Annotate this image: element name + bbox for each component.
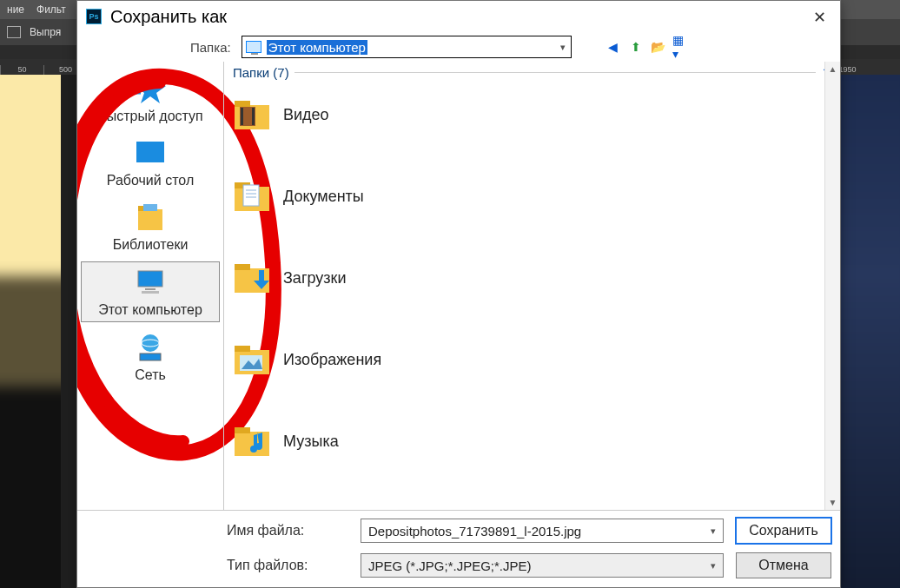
cancel-button[interactable]: Отмена bbox=[736, 552, 831, 578]
ps-tool-icon[interactable] bbox=[7, 26, 21, 38]
svg-marker-0 bbox=[135, 76, 166, 103]
places-bar: Быстрый доступ Рабочий стол Библиотеки Э… bbox=[77, 62, 223, 510]
folder-content: Папки (7) ⌃ Видео Документы bbox=[223, 62, 840, 510]
folder-value: Этот компьютер bbox=[267, 40, 367, 55]
back-icon[interactable]: ◀ bbox=[605, 38, 622, 56]
list-item[interactable]: Документы bbox=[233, 171, 831, 221]
list-item[interactable]: Загрузки bbox=[233, 253, 831, 303]
scroll-down-icon[interactable]: ▼ bbox=[829, 495, 837, 510]
save-button[interactable]: Сохранить bbox=[736, 518, 831, 544]
svg-rect-4 bbox=[138, 209, 162, 230]
group-header[interactable]: Папки (7) ⌃ bbox=[224, 62, 840, 83]
place-network[interactable]: Сеть bbox=[81, 327, 220, 386]
place-label: Библиотеки bbox=[83, 237, 218, 253]
svg-rect-6 bbox=[143, 204, 157, 211]
svg-rect-8 bbox=[145, 288, 156, 290]
toolbar-icons: ◀ ⬆ 📂 ▦ ▾ bbox=[605, 38, 690, 56]
image-fragment-right bbox=[839, 75, 900, 588]
save-as-dialog: Ps Сохранить как ✕ Папка: Этот компьютер… bbox=[76, 0, 841, 588]
dialog-bottom: Имя файла: Depositphotos_71739891_l-2015… bbox=[77, 510, 840, 587]
network-icon bbox=[133, 333, 168, 364]
svg-rect-12 bbox=[140, 353, 161, 360]
pictures-icon bbox=[233, 340, 271, 379]
filename-label: Имя файла: bbox=[227, 523, 348, 538]
close-icon[interactable]: ✕ bbox=[808, 6, 831, 29]
folder-row: Папка: Этот компьютер ▾ ◀ ⬆ 📂 ▦ ▾ bbox=[77, 32, 840, 62]
desktop-icon bbox=[133, 138, 168, 169]
libraries-icon bbox=[133, 202, 168, 234]
filetype-label: Тип файлов: bbox=[227, 558, 348, 573]
svg-rect-31 bbox=[235, 427, 250, 433]
place-quick-access[interactable]: Быстрый доступ bbox=[81, 69, 220, 128]
place-desktop[interactable]: Рабочий стол bbox=[81, 133, 220, 192]
svg-point-10 bbox=[142, 334, 159, 352]
svg-rect-9 bbox=[142, 291, 159, 294]
place-libraries[interactable]: Библиотеки bbox=[81, 197, 220, 256]
place-label: Этот компьютер bbox=[83, 302, 217, 318]
item-label: Видео bbox=[283, 106, 329, 124]
svg-rect-14 bbox=[235, 101, 250, 107]
svg-rect-7 bbox=[138, 271, 162, 287]
item-label: Документы bbox=[283, 188, 364, 206]
photoshop-icon: Ps bbox=[86, 9, 102, 24]
svg-rect-16 bbox=[241, 108, 243, 125]
filetype-value: JPEG (*.JPG;*.JPEG;*.JPE) bbox=[368, 558, 532, 573]
item-label: Изображения bbox=[283, 351, 381, 369]
item-label: Музыка bbox=[283, 433, 339, 451]
place-label: Рабочий стол bbox=[83, 173, 218, 188]
svg-rect-20 bbox=[243, 185, 259, 206]
dialog-title-bar: Ps Сохранить как ✕ bbox=[77, 1, 840, 32]
filetype-combo[interactable]: JPEG (*.JPG;*.JPEG;*.JPE) ▾ bbox=[361, 553, 724, 578]
chevron-down-icon: ▾ bbox=[560, 42, 566, 53]
documents-icon bbox=[233, 177, 271, 215]
group-title: Папки (7) bbox=[233, 65, 289, 80]
quick-access-icon bbox=[133, 74, 168, 105]
folder-label: Папка: bbox=[190, 40, 231, 55]
svg-rect-27 bbox=[235, 346, 250, 352]
folder-combo[interactable]: Этот компьютер ▾ bbox=[242, 36, 572, 58]
this-pc-icon bbox=[133, 268, 168, 299]
downloads-icon bbox=[233, 259, 271, 297]
svg-rect-25 bbox=[235, 264, 250, 270]
ps-tool-label: Выпря bbox=[30, 26, 61, 38]
up-icon[interactable]: ⬆ bbox=[627, 38, 645, 56]
svg-rect-30 bbox=[235, 432, 269, 456]
place-label: Сеть bbox=[83, 367, 218, 383]
item-label: Загрузки bbox=[283, 269, 346, 287]
dialog-title: Сохранить как bbox=[110, 7, 227, 27]
svg-rect-17 bbox=[252, 108, 255, 125]
svg-rect-3 bbox=[136, 142, 164, 162]
list-item[interactable]: Видео bbox=[233, 89, 831, 140]
place-this-pc[interactable]: Этот компьютер bbox=[81, 261, 220, 322]
item-list[interactable]: Видео Документы Загрузки bbox=[224, 83, 840, 510]
chevron-down-icon: ▾ bbox=[711, 560, 716, 571]
music-icon bbox=[233, 422, 271, 460]
list-item[interactable]: Музыка bbox=[233, 416, 831, 466]
view-menu-icon[interactable]: ▦ ▾ bbox=[672, 38, 690, 56]
image-fragment-left bbox=[0, 75, 61, 588]
chevron-down-icon: ▾ bbox=[711, 525, 716, 537]
scroll-up-icon[interactable]: ▲ bbox=[829, 62, 837, 76]
ps-menu-item[interactable]: Фильт bbox=[36, 3, 66, 16]
filename-input[interactable]: Depositphotos_71739891_l-2015.jpg ▾ bbox=[361, 519, 724, 543]
filename-value: Depositphotos_71739891_l-2015.jpg bbox=[368, 524, 581, 538]
place-label: Быстрый доступ bbox=[83, 109, 218, 124]
list-item[interactable]: Изображения bbox=[233, 334, 831, 385]
new-folder-icon[interactable]: 📂 bbox=[650, 38, 667, 56]
this-pc-icon bbox=[246, 41, 261, 53]
ps-menu-item[interactable]: ние bbox=[7, 3, 24, 16]
videos-icon bbox=[233, 96, 271, 134]
scrollbar[interactable]: ▲ ▼ bbox=[824, 62, 840, 510]
